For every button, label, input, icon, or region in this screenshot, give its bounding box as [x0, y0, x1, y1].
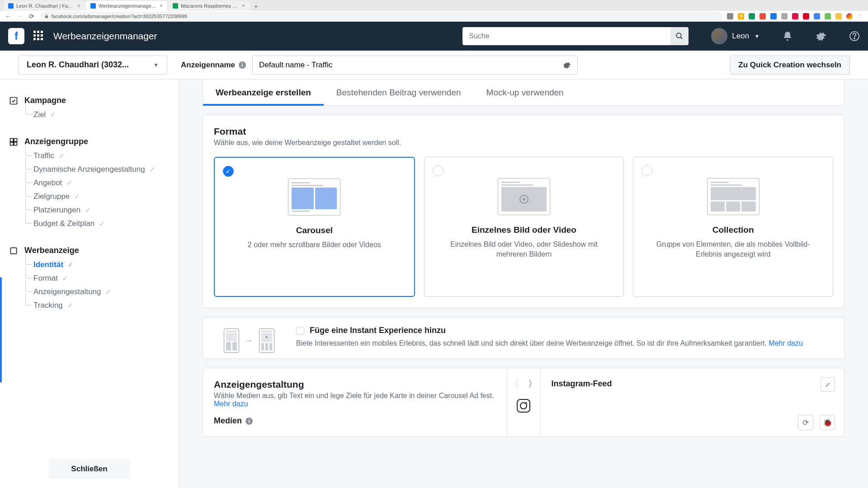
menu-icon[interactable]: ⋮ — [857, 13, 863, 19]
url-text: facebook.com/adsmanager/creation?act=303… — [52, 14, 187, 19]
search-input[interactable] — [462, 27, 670, 45]
instagram-icon[interactable] — [517, 399, 530, 413]
ext-icon[interactable] — [749, 13, 755, 19]
search-button[interactable] — [670, 27, 689, 45]
check-icon: ✓ — [67, 301, 73, 310]
learn-more-link[interactable]: Mehr dazu — [214, 400, 248, 408]
facebook-logo[interactable]: f — [8, 28, 24, 44]
instant-experience-desc: Biete Interessenten ein mobiles Erlebnis… — [296, 338, 840, 348]
ext-icon[interactable] — [760, 13, 766, 19]
close-icon[interactable]: × — [77, 3, 80, 9]
ext-icon[interactable] — [792, 13, 798, 19]
sidebar-item-identity[interactable]: Identität✓ — [9, 258, 170, 272]
check-icon: ✓ — [66, 179, 72, 187]
user-menu[interactable]: Leon ▼ — [711, 28, 760, 44]
svg-rect-5 — [10, 138, 14, 141]
browser-tab[interactable]: Werbeanzeigenmanager - Cre… × — [86, 1, 167, 11]
ad-name-input[interactable] — [259, 61, 563, 70]
ext-icon[interactable] — [770, 13, 777, 19]
ext-icon[interactable] — [835, 13, 842, 19]
ext-icon[interactable] — [825, 13, 831, 19]
info-icon[interactable]: i — [245, 418, 253, 425]
ext-icon[interactable]: ★ — [738, 13, 744, 19]
favicon — [8, 3, 14, 9]
ext-icon[interactable] — [803, 13, 809, 19]
new-tab-button[interactable]: + — [250, 2, 261, 11]
ext-icon[interactable] — [727, 13, 733, 19]
sidebar-item-format[interactable]: Format✓ — [9, 272, 170, 285]
svg-rect-6 — [14, 138, 17, 141]
reload-button[interactable]: ⟳ — [28, 13, 35, 20]
check-icon: ✓ — [85, 206, 91, 214]
back-button[interactable]: ← — [5, 13, 12, 20]
learn-more-link[interactable]: Mehr dazu — [769, 339, 803, 347]
format-option-carousel[interactable]: ✓ Carousel 2 oder mehr scrollbare Bilder… — [214, 157, 415, 297]
info-icon[interactable]: i — [239, 61, 246, 69]
svg-rect-7 — [10, 142, 14, 145]
address-bar: ← → ⟳ facebook.com/adsmanager/creation?a… — [0, 11, 868, 22]
format-option-collection[interactable]: Collection Gruppe von Elementen, die als… — [633, 157, 833, 297]
sidebar-item-goal[interactable]: Ziel✓ — [9, 108, 170, 122]
svg-rect-8 — [14, 142, 17, 145]
sidebar-item-audience[interactable]: Zielgruppe✓ — [9, 190, 170, 203]
tab-mockup[interactable]: Mock-up verwenden — [474, 80, 576, 105]
check-icon: ✓ — [99, 220, 105, 228]
sidebar-item-budget[interactable]: Budget & Zeitplan✓ — [9, 217, 170, 230]
sidebar-item-traffic[interactable]: Traffic✓ — [9, 149, 170, 163]
close-button[interactable]: Schließen — [48, 459, 130, 479]
url-input[interactable]: facebook.com/adsmanager/creation?act=303… — [40, 12, 722, 21]
settings-icon[interactable] — [816, 31, 826, 42]
preview-prev-button[interactable]: 〈 — [508, 377, 521, 390]
format-card: Format Wähle aus, wie deine Werbeanzeige… — [203, 115, 844, 308]
apps-icon[interactable] — [33, 31, 44, 42]
svg-point-3 — [854, 38, 855, 39]
app-title: Werbeanzeigenmanager — [53, 31, 157, 42]
preview-title: Instagram-Feed — [552, 379, 834, 389]
sidebar-section-campaign[interactable]: Kampagne — [9, 93, 170, 108]
help-icon[interactable] — [849, 31, 860, 42]
forward-button[interactable]: → — [16, 13, 24, 20]
browser-tab[interactable]: Leon R. Chaudhari | Facebook × — [4, 1, 85, 11]
gear-icon[interactable] — [563, 61, 571, 69]
sidebar-section-ad[interactable]: Werbeanzeige — [9, 243, 170, 258]
format-title: Format — [214, 126, 833, 137]
notifications-icon[interactable] — [782, 31, 793, 42]
preview-nav: 〈 〉 — [507, 368, 541, 436]
profile-icon[interactable] — [846, 13, 853, 19]
tabs-bar: Werbeanzeige erstellen Bestehenden Beitr… — [203, 80, 844, 106]
ext-icon[interactable] — [781, 13, 788, 19]
preview-next-button[interactable]: 〉 — [526, 377, 539, 390]
sidebar-item-offer[interactable]: Angebot✓ — [9, 176, 170, 190]
creative-desc: Wähle Medien aus, gib Text ein und lege … — [214, 392, 496, 408]
tab-strip: Leon R. Chaudhari | Facebook × Werbeanze… — [0, 0, 868, 11]
sidebar-item-tracking[interactable]: Tracking✓ — [9, 299, 170, 312]
sidebar-item-placements[interactable]: Platzierungen✓ — [9, 203, 170, 217]
expand-icon[interactable]: ⤢ — [821, 377, 835, 392]
ext-icon[interactable] — [814, 13, 820, 19]
browser-tab[interactable]: Macarons Raspberries Pastrie… × — [168, 1, 250, 11]
instant-experience-checkbox[interactable] — [296, 327, 304, 335]
quick-creation-button[interactable]: Zu Quick Creation wechseln — [730, 56, 850, 75]
sidebar-item-creative[interactable]: Anzeigengestaltung✓ — [9, 285, 170, 299]
refresh-icon[interactable]: ⟳ — [798, 415, 813, 430]
tab-create-ad[interactable]: Werbeanzeige erstellen — [203, 80, 324, 105]
creative-title: Anzeigengestaltung — [214, 379, 496, 390]
tab-existing-post[interactable]: Bestehenden Beitrag verwenden — [324, 80, 474, 105]
ad-name-input-wrap — [252, 56, 578, 75]
account-label: Leon R. Chaudhari (3032... — [27, 60, 129, 70]
sidebar-item-dynamic[interactable]: Dynamische Anzeigengestaltung✓ — [9, 163, 170, 176]
check-icon: ✓ — [150, 165, 156, 174]
adset-icon — [9, 137, 18, 146]
svg-line-1 — [681, 37, 683, 39]
sidebar-section-adset[interactable]: Anzeigengruppe — [9, 134, 170, 149]
main-content: Werbeanzeige erstellen Bestehenden Beitr… — [179, 80, 868, 488]
instant-experience-card: → Füge eine Instant Experience hinzu Bie… — [203, 317, 844, 359]
close-icon[interactable]: × — [242, 3, 245, 9]
debug-icon[interactable]: 🐞 — [820, 415, 835, 430]
account-dropdown[interactable]: Leon R. Chaudhari (3032... ▼ — [18, 56, 167, 75]
close-icon[interactable]: × — [160, 3, 163, 9]
radio-icon — [642, 165, 652, 176]
format-option-single[interactable]: Einzelnes Bild oder Video Einzelnes Bild… — [424, 157, 624, 297]
chevron-down-icon: ▼ — [153, 62, 159, 68]
format-option-desc: Einzelnes Bild oder Video, oder Slidesho… — [434, 239, 614, 260]
